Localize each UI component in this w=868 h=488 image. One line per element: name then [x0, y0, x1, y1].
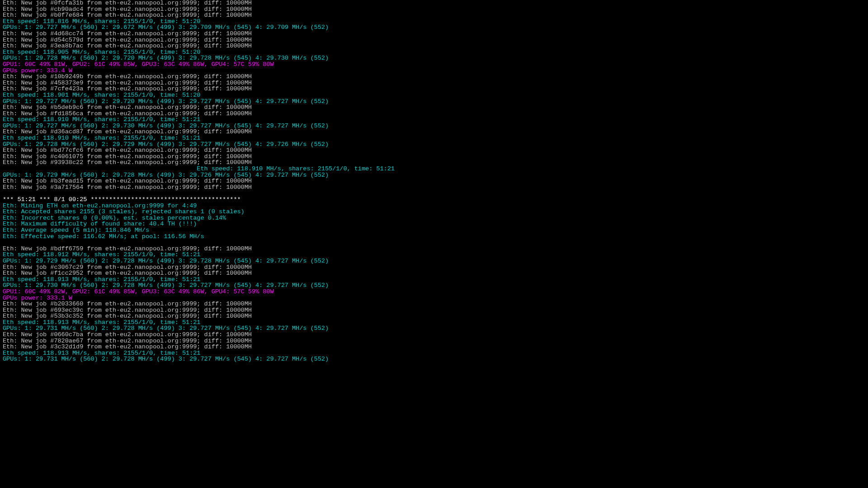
gpus-line: GPUs: 1: 29.731 MH/s (560) 2: 29.728 MH/… [3, 356, 329, 362]
job-line: Eth: New job #3a717564 from eth-eu2.nano… [3, 184, 252, 191]
terminal-output[interactable]: Eth: New job #0fcfa31b from eth-eu2.nano… [0, 0, 868, 362]
stat-line: Eth: Effective speed: 116.62 MH/s; at po… [3, 233, 204, 240]
